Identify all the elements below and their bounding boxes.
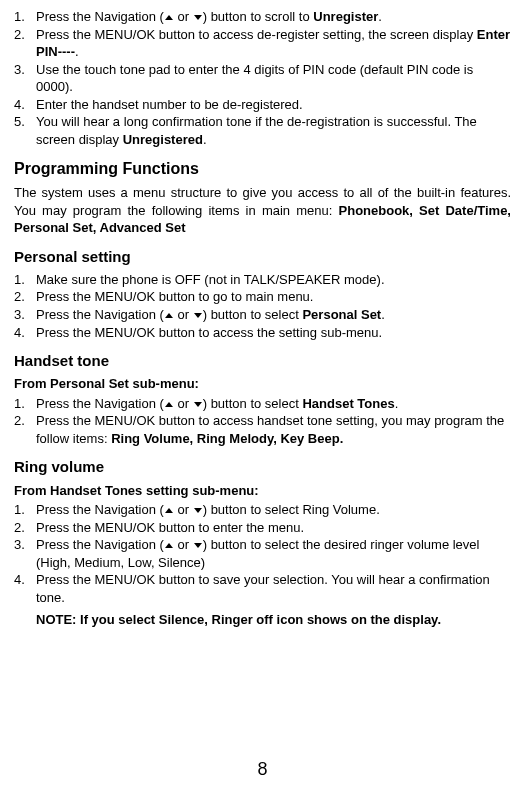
step-text: Enter the handset number to be de-regist… xyxy=(36,96,511,114)
down-icon xyxy=(193,396,203,411)
up-icon xyxy=(164,502,174,517)
list-item: 3. Use the touch tone pad to enter the 4… xyxy=(14,61,511,96)
up-icon xyxy=(164,537,174,552)
step-text: Press the MENU/OK button to access the s… xyxy=(36,324,511,342)
step-text: Press the Navigation ( or ) button to se… xyxy=(36,395,511,413)
step-number: 3. xyxy=(14,536,36,554)
down-icon xyxy=(193,307,203,322)
step-text: Press the Navigation ( or ) button to se… xyxy=(36,536,511,571)
down-icon xyxy=(193,502,203,517)
list-item: 1. Press the Navigation ( or ) button to… xyxy=(14,8,511,26)
ring-heading: Ring volume xyxy=(14,457,511,477)
ring-subheading: From Handset Tones setting sub-menu: xyxy=(14,482,511,500)
down-icon xyxy=(193,537,203,552)
list-item: 3. Press the Navigation ( or ) button to… xyxy=(14,306,511,324)
step-number: 2. xyxy=(14,288,36,306)
step-text: Press the MENU/OK button to enter the me… xyxy=(36,519,511,537)
step-number: 3. xyxy=(14,61,36,79)
ring-note: NOTE: If you select Silence, Ringer off … xyxy=(36,611,511,629)
step-number: 3. xyxy=(14,306,36,324)
step-text: Make sure the phone is OFF (not in TALK/… xyxy=(36,271,511,289)
step-number: 2. xyxy=(14,26,36,44)
step-text: You will hear a long confirmation tone i… xyxy=(36,113,511,148)
step-text: Use the touch tone pad to enter the 4 di… xyxy=(36,61,511,96)
deregister-steps: 1. Press the Navigation ( or ) button to… xyxy=(14,8,511,148)
list-item: 2. Press the MENU/OK button to go to mai… xyxy=(14,288,511,306)
up-icon xyxy=(164,9,174,24)
step-number: 5. xyxy=(14,113,36,131)
step-number: 4. xyxy=(14,324,36,342)
list-item: 1. Press the Navigation ( or ) button to… xyxy=(14,501,511,519)
step-text: Press the MENU/OK button to access de-re… xyxy=(36,26,511,61)
step-text: Press the MENU/OK button to access hands… xyxy=(36,412,511,447)
handset-steps: 1. Press the Navigation ( or ) button to… xyxy=(14,395,511,448)
list-item: 2. Press the MENU/OK button to access ha… xyxy=(14,412,511,447)
up-icon xyxy=(164,396,174,411)
up-icon xyxy=(164,307,174,322)
step-text: Press the Navigation ( or ) button to se… xyxy=(36,306,511,324)
list-item: 4. Press the MENU/OK button to access th… xyxy=(14,324,511,342)
step-text: Press the MENU/OK button to save your se… xyxy=(36,571,511,606)
programming-heading: Programming Functions xyxy=(14,158,511,180)
list-item: 5. You will hear a long confirmation ton… xyxy=(14,113,511,148)
list-item: 1. Make sure the phone is OFF (not in TA… xyxy=(14,271,511,289)
handset-subheading: From Personal Set sub-menu: xyxy=(14,375,511,393)
down-icon xyxy=(193,9,203,24)
step-number: 2. xyxy=(14,519,36,537)
step-text: Press the Navigation ( or ) button to sc… xyxy=(36,8,511,26)
step-number: 1. xyxy=(14,271,36,289)
personal-steps: 1. Make sure the phone is OFF (not in TA… xyxy=(14,271,511,341)
list-item: 2. Press the MENU/OK button to access de… xyxy=(14,26,511,61)
step-number: 4. xyxy=(14,96,36,114)
personal-heading: Personal setting xyxy=(14,247,511,267)
step-number: 1. xyxy=(14,501,36,519)
programming-intro: The system uses a menu structure to give… xyxy=(14,184,511,237)
list-item: 4. Enter the handset number to be de-reg… xyxy=(14,96,511,114)
page-number: 8 xyxy=(0,757,525,781)
ring-steps: 1. Press the Navigation ( or ) button to… xyxy=(14,501,511,606)
list-item: 1. Press the Navigation ( or ) button to… xyxy=(14,395,511,413)
step-number: 4. xyxy=(14,571,36,589)
list-item: 2. Press the MENU/OK button to enter the… xyxy=(14,519,511,537)
step-number: 2. xyxy=(14,412,36,430)
step-number: 1. xyxy=(14,8,36,26)
handset-heading: Handset tone xyxy=(14,351,511,371)
step-text: Press the Navigation ( or ) button to se… xyxy=(36,501,511,519)
list-item: 3. Press the Navigation ( or ) button to… xyxy=(14,536,511,571)
step-text: Press the MENU/OK button to go to main m… xyxy=(36,288,511,306)
step-number: 1. xyxy=(14,395,36,413)
list-item: 4. Press the MENU/OK button to save your… xyxy=(14,571,511,606)
